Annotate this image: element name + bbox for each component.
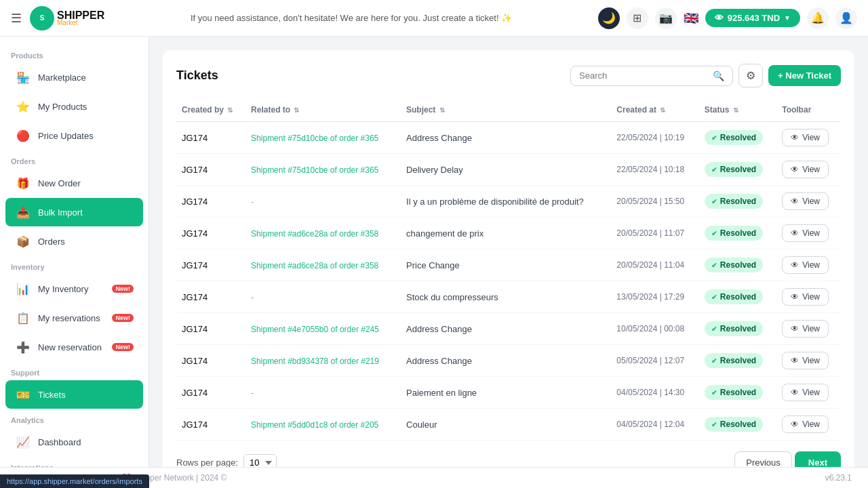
sidebar-item-my-products[interactable]: ⭐ My Products [5,92,143,121]
resolved-icon: ✔ [711,198,717,205]
camera-icon[interactable]: 📷 [655,7,677,29]
tickets-panel: Tickets 🔍 ⚙ + New Ticket Created by [163,50,854,467]
main-layout: Products 🏪 Marketplace ⭐ My Products 🔴 P… [0,37,868,467]
view-button[interactable]: 👁 View [782,415,829,433]
table-row: JG174 Shipment #75d10cbe of order #365 A… [176,122,841,154]
cell-related-to[interactable]: Shipment #5dd0d1c8 of order #205 [245,409,401,441]
resolved-icon: ✔ [711,389,717,396]
user-icon[interactable]: 👤 [835,7,857,29]
view-button[interactable]: 👁 View [782,129,829,146]
cell-related-to[interactable]: Shipment #ad6ce28a of order #358 [245,249,401,281]
view-button[interactable]: 👁 View [782,192,829,210]
col-toolbar: Toolbar [776,98,841,122]
cell-related-to[interactable]: Shipment #75d10cbe of order #365 [245,154,401,186]
sidebar-item-tickets[interactable]: 🎫 Tickets [5,380,143,409]
view-button[interactable]: 👁 View [782,224,829,242]
footer-version: v6.23.1 [825,473,852,483]
cell-related-to: - [245,186,401,218]
grid-icon[interactable]: ⊞ [627,7,648,29]
cell-subject: Price Change [401,249,611,281]
cell-status: ✔ Resolved [699,313,776,345]
balance-button[interactable]: 👁 925.643 TND ▼ [705,9,800,27]
cell-toolbar: 👁 View [776,154,841,186]
section-label-products: Products [0,45,149,62]
view-button[interactable]: 👁 View [782,320,829,338]
section-label-inventory: Inventory [0,256,149,274]
dashboard-icon: 📈 [15,434,31,450]
balance-arrow: ▼ [784,14,791,22]
section-label-analytics: Analytics [0,409,149,427]
sidebar-item-dashboard[interactable]: 📈 Dashboard [5,428,143,456]
dark-mode-icon[interactable]: 🌙 [598,7,620,29]
cell-related-to[interactable]: Shipment #ad6ce28a of order #358 [245,218,401,249]
related-to-link[interactable]: Shipment #5dd0d1c8 of order #205 [251,420,378,430]
sidebar-item-label: My Inventory [38,284,88,294]
eye-icon: 👁 [791,356,799,365]
language-flag[interactable]: 🇬🇧 [684,11,698,26]
view-button[interactable]: 👁 View [782,256,829,274]
cell-created-by: JG174 [176,313,245,345]
sidebar-item-new-reservation[interactable]: ➕ New reservation New! [5,333,143,361]
rows-per-page: Rows per page: 10 25 50 [176,454,277,467]
search-input[interactable] [579,70,709,81]
eye-icon: 👁 [791,165,799,174]
col-subject[interactable]: Subject ⇅ [401,98,611,122]
cell-created-by: JG174 [176,218,245,249]
table-row: JG174 Shipment #ad6ce28a of order #358 c… [176,218,841,249]
cell-status: ✔ Resolved [699,154,776,186]
col-related-to[interactable]: Related to ⇅ [245,98,401,122]
sidebar-item-price-updates[interactable]: 🔴 Price Updates [5,121,143,150]
col-created-at[interactable]: Created at ⇅ [611,98,699,122]
cell-created-at: 20/05/2024 | 11:07 [611,218,699,249]
status-badge: ✔ Resolved [705,130,763,145]
sidebar-item-orders[interactable]: 📦 Orders [5,227,143,256]
eye-icon: 👁 [791,197,799,206]
cell-related-to[interactable]: Shipment #75d10cbe of order #365 [245,122,401,154]
sidebar-item-new-order[interactable]: 🎁 New Order [5,169,143,197]
related-to-link[interactable]: Shipment #ad6ce28a of order #358 [251,229,378,239]
related-to-link[interactable]: Shipment #ad6ce28a of order #358 [251,261,378,270]
sidebar-item-bulk-import[interactable]: 📥 Bulk Import [5,198,143,226]
cell-toolbar: 👁 View [776,186,841,218]
new-badge: New! [112,285,134,293]
related-to-link[interactable]: Shipment #75d10cbe of order #365 [251,165,378,175]
sidebar-item-label: My reservations [38,313,100,323]
sort-icon: ⇅ [439,106,445,114]
cell-created-by: JG174 [176,345,245,377]
status-badge: ✔ Resolved [705,258,763,272]
cell-status: ✔ Resolved [699,409,776,441]
resolved-icon: ✔ [711,293,717,301]
tickets-title: Tickets [176,68,218,83]
notification-icon[interactable]: 🔔 [807,7,829,29]
status-badge: ✔ Resolved [705,417,763,432]
new-ticket-button[interactable]: + New Ticket [768,65,841,86]
related-to-link[interactable]: Shipment #75d10cbe of order #365 [251,134,378,143]
cell-created-at: 04/05/2024 | 12:04 [611,409,699,441]
related-to-link[interactable]: Shipment #4e7055b0 of order #245 [251,325,379,334]
view-button[interactable]: 👁 View [782,384,829,401]
view-button[interactable]: 👁 View [782,288,829,306]
col-status[interactable]: Status ⇅ [699,98,776,122]
sidebar-item-marketplace[interactable]: 🏪 Marketplace [5,63,143,92]
col-created-by[interactable]: Created by ⇅ [176,98,245,122]
logo: S SHIPPER Market [30,6,104,30]
filter-button[interactable]: ⚙ [738,64,763,87]
menu-icon[interactable]: ☰ [11,11,22,26]
cell-toolbar: 👁 View [776,281,841,313]
cell-subject: Address Change [401,122,611,154]
sidebar-item-my-reservations[interactable]: 📋 My reservations New! [5,304,143,332]
sort-icon: ⇅ [294,106,299,114]
sidebar-item-label: New reservation [38,342,102,352]
cell-related-to[interactable]: Shipment #bd934378 of order #219 [245,345,401,377]
next-button[interactable]: Next [795,451,841,467]
rows-per-page-select[interactable]: 10 25 50 [243,454,277,467]
view-button[interactable]: 👁 View [782,161,829,178]
cell-related-to[interactable]: Shipment #4e7055b0 of order #245 [245,313,401,345]
sidebar-item-my-inventory[interactable]: 📊 My Inventory New! [5,274,143,303]
tickets-header-right: 🔍 ⚙ + New Ticket [570,64,841,87]
view-button[interactable]: 👁 View [782,352,829,369]
orders-icon: 📦 [15,233,31,249]
related-to-link[interactable]: Shipment #bd934378 of order #219 [251,357,379,366]
previous-button[interactable]: Previous [734,451,792,467]
search-box: 🔍 [570,66,733,86]
